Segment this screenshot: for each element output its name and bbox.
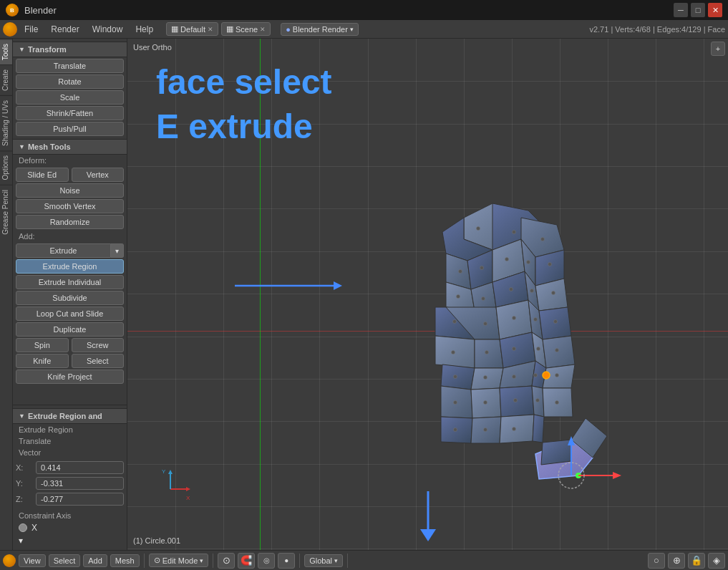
- svg-marker-23: [543, 336, 575, 368]
- svg-marker-24: [441, 364, 475, 390]
- menu-item-file[interactable]: File: [19, 23, 44, 36]
- svg-marker-40: [541, 440, 571, 465]
- viewport-controls: +: [711, 42, 725, 56]
- renderer-btn[interactable]: ● Blender Render ▾: [281, 23, 359, 36]
- svg-point-69: [555, 349, 559, 352]
- view-button[interactable]: View: [19, 554, 46, 567]
- snap-btn[interactable]: 🧲: [238, 553, 255, 569]
- vertex-button[interactable]: Vertex: [72, 168, 125, 182]
- shrink-fatten-button[interactable]: Shrink/Fatten: [16, 106, 124, 120]
- toolbar-group-left: ▦ Default ✕ ▦ Scene ✕: [166, 22, 271, 36]
- viewport-label: User Ortho: [133, 43, 172, 52]
- subdivide-button[interactable]: Subdivide: [16, 291, 124, 305]
- bottombar-separator-4: [347, 554, 348, 568]
- svg-point-52: [505, 258, 509, 261]
- transform-section-header[interactable]: ▼ Transform: [13, 42, 127, 57]
- svg-point-47: [477, 227, 480, 231]
- viewport-add-button[interactable]: +: [711, 42, 725, 56]
- loop-cut-slide-button[interactable]: Loop Cut and Slide: [16, 306, 124, 321]
- knife-project-button[interactable]: Knife Project: [16, 369, 124, 384]
- svg-point-55: [457, 295, 460, 299]
- select-button[interactable]: Select: [72, 354, 125, 368]
- pivot-btn[interactable]: ⊙: [218, 553, 235, 569]
- knife-button[interactable]: Knife: [16, 354, 69, 368]
- tab-options[interactable]: Options: [0, 150, 12, 184]
- viewport-layout-btn[interactable]: ▦ Default ✕: [166, 22, 218, 36]
- extrude-region-button[interactable]: Extrude Region: [16, 259, 124, 274]
- svg-point-67: [513, 347, 516, 351]
- view-solid-btn[interactable]: ●: [278, 553, 295, 569]
- svg-marker-25: [471, 368, 503, 390]
- select-button-bottom[interactable]: Select: [49, 554, 81, 567]
- tab-create[interactable]: Create: [0, 64, 12, 95]
- duplicate-button[interactable]: Duplicate: [16, 322, 124, 337]
- svg-point-75: [454, 401, 457, 405]
- extrude-dropdown-row: Extrude ▾: [16, 243, 124, 258]
- transform-space-dropdown[interactable]: Global ▾: [304, 554, 343, 567]
- svg-point-50: [459, 270, 462, 274]
- constraint-x-circle[interactable]: [19, 523, 27, 532]
- bottombar-separator-1: [144, 554, 145, 568]
- view-lock-btn[interactable]: 🔒: [688, 553, 705, 569]
- minimize-button[interactable]: ─: [674, 3, 688, 17]
- transform-collapse-icon: ▼: [19, 46, 25, 53]
- z-field-row: Z: -0.277: [13, 491, 127, 507]
- svg-point-78: [536, 399, 540, 402]
- view-wireframe-btn[interactable]: ◎: [258, 553, 275, 569]
- menu-item-help[interactable]: Help: [130, 23, 159, 36]
- scene-btn[interactable]: ▦ Scene ✕: [221, 22, 271, 36]
- scale-button[interactable]: Scale: [16, 90, 124, 105]
- translate-button[interactable]: Translate: [16, 59, 124, 73]
- constraint-x-row: X: [13, 521, 127, 534]
- bottombar-separator-3: [299, 554, 300, 568]
- snap-icon-btn[interactable]: ⊕: [668, 553, 685, 569]
- blender-sphere-icon: ●: [286, 25, 291, 34]
- smooth-vertex-button[interactable]: Smooth Vertex: [16, 199, 124, 213]
- x-field-value[interactable]: 0.414: [36, 461, 124, 474]
- z-field-value[interactable]: -0.277: [36, 493, 124, 506]
- close-button[interactable]: ✕: [708, 3, 722, 17]
- menu-item-window[interactable]: Window: [87, 23, 129, 36]
- tab-tools[interactable]: Tools: [0, 39, 12, 64]
- transform-section-label: Transform: [28, 45, 67, 54]
- svg-point-76: [484, 401, 487, 405]
- mesh-button-bottom[interactable]: Mesh: [110, 554, 140, 567]
- annotation-arrow: [228, 275, 356, 296]
- svg-marker-37: [533, 415, 544, 443]
- overlay-btn[interactable]: ◈: [708, 553, 725, 569]
- randomize-button[interactable]: Randomize: [16, 215, 124, 229]
- x-field-label: X:: [16, 463, 33, 472]
- spin-button[interactable]: Spin: [16, 338, 69, 352]
- svg-point-70: [454, 375, 457, 379]
- svg-point-74: [555, 374, 559, 377]
- svg-point-62: [513, 317, 516, 320]
- slide-edge-button[interactable]: Slide Ed: [16, 168, 69, 182]
- svg-point-64: [554, 320, 558, 324]
- extrude-region-section-header[interactable]: ▼ Extrude Region and: [13, 408, 127, 424]
- svg-point-59: [552, 291, 555, 295]
- vector-label: Vector: [13, 447, 127, 458]
- viewport[interactable]: User Ortho face select E extrude: [127, 39, 728, 570]
- svg-point-77: [514, 399, 518, 402]
- mesh-tools-section-header[interactable]: ▼ Mesh Tools: [13, 139, 127, 155]
- constraint-dropdown[interactable]: ▾: [13, 534, 127, 547]
- layout-grid-icon: ▦: [171, 24, 178, 34]
- proportional-edit-btn[interactable]: ○: [648, 553, 665, 569]
- menu-item-render[interactable]: Render: [45, 23, 84, 36]
- maximize-button[interactable]: □: [691, 3, 705, 17]
- svg-marker-87: [420, 529, 436, 541]
- extrude-dropdown[interactable]: Extrude: [16, 243, 111, 258]
- add-button-bottom[interactable]: Add: [83, 554, 107, 567]
- extrude-individual-button[interactable]: Extrude Individual: [16, 275, 124, 289]
- edit-mode-dropdown[interactable]: ⊙ Edit Mode ▾: [149, 554, 209, 567]
- y-field-value[interactable]: -0.331: [36, 477, 124, 490]
- push-pull-button[interactable]: Push/Pull: [16, 122, 124, 136]
- screw-button[interactable]: Screw: [72, 338, 125, 352]
- noise-button[interactable]: Noise: [16, 183, 124, 198]
- extrude-dropdown-arrow-icon[interactable]: ▾: [111, 243, 124, 258]
- titlebar-left: B Blender: [6, 4, 57, 16]
- tab-shading-uvs[interactable]: Shading / UVs: [0, 95, 12, 150]
- tab-grease-pencil[interactable]: Grease Pencil: [0, 185, 12, 239]
- rotate-button[interactable]: Rotate: [16, 74, 124, 89]
- y-field-label: Y:: [16, 479, 33, 488]
